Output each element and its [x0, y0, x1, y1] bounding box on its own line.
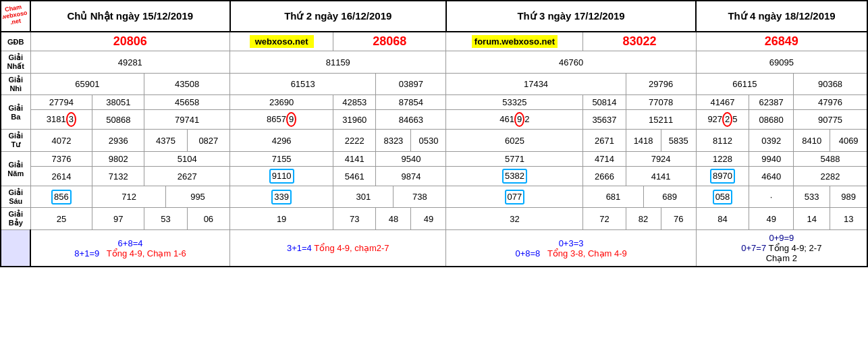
nam1-6: 9540 — [376, 152, 446, 167]
tu-1: 4072 — [30, 130, 92, 152]
tu-12: 5835 — [661, 130, 696, 152]
label-nhat: GiảiNhất — [1, 51, 30, 74]
nam1-7: 5771 — [446, 152, 583, 167]
bay-3: 53 — [144, 208, 187, 230]
tu-7: 8323 — [376, 130, 411, 152]
nam2-6: 9874 — [376, 167, 446, 186]
bay-6: 73 — [333, 208, 376, 230]
bay-16: 13 — [830, 208, 867, 230]
sau-7: 077 — [446, 186, 583, 208]
tu-5: 4296 — [230, 130, 333, 152]
ba2-9: 15211 — [626, 110, 696, 130]
nam2-11: 4640 — [749, 167, 794, 186]
tu-16: 4069 — [830, 130, 867, 152]
ba1-3: 45658 — [144, 95, 230, 110]
nam2-3: 2627 — [144, 167, 230, 186]
nam2-10: 8970 — [696, 167, 749, 186]
ba1-7: 53325 — [446, 95, 583, 110]
label-gdb: GĐB — [1, 32, 30, 51]
ba1-4: 23690 — [230, 95, 333, 110]
tu-13: 8112 — [696, 130, 749, 152]
sau-2: 712 — [92, 186, 166, 208]
sau-3: 995 — [165, 186, 229, 208]
tu-4: 0827 — [187, 130, 229, 152]
sau-10: 058 — [696, 186, 749, 208]
bay-14: 49 — [749, 208, 794, 230]
ba2-1: 31813 — [30, 110, 92, 130]
gdb-webxoso: webxoso.net — [230, 32, 333, 51]
header-thu-3: Thứ 3 ngày 17/12/2019 — [446, 1, 696, 32]
header-thu-2: Thứ 2 ngày 16/12/2019 — [230, 1, 446, 32]
bay-7: 48 — [376, 208, 411, 230]
nam1-5: 4141 — [333, 152, 376, 167]
bay-5: 19 — [230, 208, 333, 230]
nam2-12: 2282 — [794, 167, 867, 186]
nhat-1: 49281 — [30, 51, 230, 74]
bay-8: 49 — [411, 208, 446, 230]
nam1-3: 5104 — [144, 152, 230, 167]
nhi-3a: 17434 — [446, 74, 626, 95]
ba1-11: 62387 — [749, 95, 794, 110]
ba2-3: 79741 — [144, 110, 230, 130]
ba1-6: 87854 — [376, 95, 446, 110]
ba2-8: 35637 — [583, 110, 626, 130]
gdb-4: 26849 — [696, 32, 867, 51]
label-tu: GiảiTư — [1, 130, 30, 152]
nam1-10: 1228 — [696, 152, 749, 167]
col-label-header: Chamwebxoso.net — [1, 1, 30, 32]
ba2-11: 08680 — [749, 110, 794, 130]
ba1-1: 27794 — [30, 95, 92, 110]
footer-col1: 6+8=48+1=9 Tổng 4-9, Chạm 1-6 — [30, 230, 230, 267]
ba1-12: 47976 — [794, 95, 867, 110]
bay-4: 06 — [187, 208, 229, 230]
ba1-10: 41467 — [696, 95, 749, 110]
label-nhi: GiảiNhì — [1, 74, 30, 95]
logo: Chamwebxoso.net — [3, 3, 28, 27]
bay-1: 25 — [30, 208, 92, 230]
nam2-5: 5461 — [333, 167, 376, 186]
nhi-1a: 65901 — [30, 74, 144, 95]
tu-11: 1418 — [626, 130, 661, 152]
ba2-12: 90775 — [794, 110, 867, 130]
nhi-1b: 43508 — [144, 74, 230, 95]
lottery-table: Chamwebxoso.net Chủ Nhật ngày 15/12/2019… — [0, 0, 868, 267]
footer-col4: 0+9=90+7=7 Tổng 4-9; 2-7Chạm 2 — [696, 230, 867, 267]
nhi-2a: 61513 — [230, 74, 376, 95]
nam2-9: 4141 — [626, 167, 696, 186]
label-sau: GiảiSáu — [1, 186, 30, 208]
sau-9: 689 — [643, 186, 696, 208]
sau-5: 301 — [333, 186, 394, 208]
nhi-4a: 66115 — [696, 74, 793, 95]
nam2-2: 7132 — [92, 167, 144, 186]
nam1-4: 7155 — [230, 152, 333, 167]
nhat-3: 46760 — [446, 51, 696, 74]
ba1-2: 38051 — [92, 95, 144, 110]
sau-11: 533 — [794, 186, 830, 208]
sau-12: 989 — [830, 186, 867, 208]
gdb-forum: forum.webxoso.net — [446, 32, 583, 51]
nam1-8: 4714 — [583, 152, 626, 167]
nhat-2: 81159 — [230, 51, 446, 74]
bay-10: 72 — [583, 208, 626, 230]
tu-10: 2671 — [583, 130, 626, 152]
bay-15: 14 — [794, 208, 830, 230]
ba2-4: 86579 — [230, 110, 333, 130]
sau-dot: · — [749, 186, 794, 208]
sau-8: 681 — [583, 186, 643, 208]
sau-4: 339 — [230, 186, 333, 208]
label-ba: GiảiBa — [1, 95, 30, 130]
nhi-4b: 90368 — [794, 74, 867, 95]
tu-14: 0392 — [749, 130, 794, 152]
gdb-2: 28068 — [333, 32, 446, 51]
header-thu-chu-nhat: Chủ Nhật ngày 15/12/2019 — [30, 1, 230, 32]
nam1-1: 7376 — [30, 152, 92, 167]
tu-3: 4375 — [144, 130, 187, 152]
nam1-9: 7924 — [626, 152, 696, 167]
ba2-7: 46192 — [446, 110, 583, 130]
bay-12: 76 — [661, 208, 696, 230]
bay-2: 97 — [92, 208, 144, 230]
header-thu-4: Thứ 4 ngày 18/12/2019 — [696, 1, 867, 32]
bay-13: 84 — [696, 208, 749, 230]
nhi-2b: 03897 — [376, 74, 446, 95]
nam2-8: 2666 — [583, 167, 626, 186]
